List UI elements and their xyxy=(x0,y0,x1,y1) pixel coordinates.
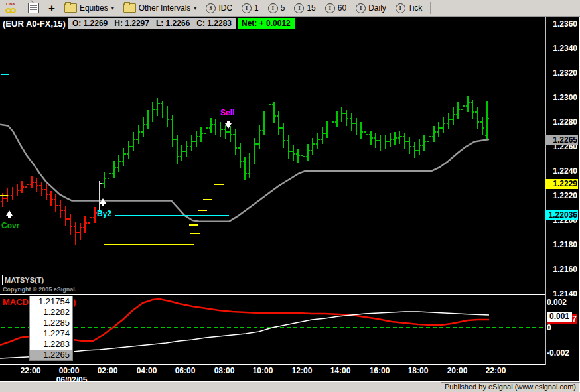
signal-label-by2: By2 xyxy=(97,209,111,218)
circle-i-icon: I xyxy=(268,3,278,13)
price-tick-label: 1.2320 xyxy=(545,68,577,78)
add-button[interactable]: + xyxy=(46,1,58,15)
popup-value-item[interactable]: 1.2274 xyxy=(30,328,72,339)
macd-study-label-close: ) xyxy=(73,297,76,307)
interval-button-daily[interactable]: IDaily xyxy=(353,1,389,15)
price-value-badge: 1.2265 xyxy=(545,135,578,145)
quote-field: L: 1.2266 xyxy=(156,19,190,28)
signal-arrow-up-icon xyxy=(100,198,106,204)
quote-field: C: 1.2283 xyxy=(196,19,232,28)
interval-button-idc[interactable]: SIDC xyxy=(203,1,235,15)
link-button[interactable]: LINK xyxy=(3,1,21,15)
signal-arrow-up-icon xyxy=(6,210,13,216)
signal-arrow-down-icon xyxy=(225,123,232,129)
time-tick-label: 10:00 xyxy=(248,366,278,375)
folder-icon xyxy=(123,3,136,13)
time-tick-label: 20:00 xyxy=(442,366,472,375)
menu-equities-label: Equities xyxy=(80,3,108,13)
menu-equities[interactable]: Equities ▾ xyxy=(62,1,117,15)
macd-tick-label: -0.002 xyxy=(547,348,579,358)
symbol-label: (EUR A0-FX,15) xyxy=(1,19,68,29)
signal-label-covr: Covr xyxy=(1,221,19,230)
time-tick-label: 18:00 xyxy=(403,366,433,375)
interval-label: Tick xyxy=(408,3,423,13)
price-tick-label: 1.2280 xyxy=(545,117,577,127)
properties-icon xyxy=(28,3,39,13)
time-tick-label: 12:00 xyxy=(287,366,317,375)
interval-label: 60 xyxy=(338,3,346,13)
quote-field: H: 1.2297 xyxy=(114,19,149,28)
chevron-down-icon: ▾ xyxy=(111,5,114,11)
value-popup-list: 1.217541.22821.22851.22741.22831.2265 xyxy=(29,296,73,361)
toolbar: LINK + Equities ▾ Other Intervals ▾ SIDC… xyxy=(0,0,580,17)
interval-label: 1 xyxy=(254,3,259,13)
circle-i-icon: I xyxy=(325,3,335,13)
interval-button-tick[interactable]: ITick xyxy=(393,1,425,15)
price-tick-label: 1.2140 xyxy=(545,289,577,298)
macd-value-badge-white: 0.001 xyxy=(547,312,572,322)
circle-i-icon: I xyxy=(356,3,366,13)
price-value-badge: 1.2229 xyxy=(545,179,578,189)
net-change-badge: Net: + 0.0012 xyxy=(238,18,295,29)
price-tick-label: 1.2220 xyxy=(545,191,577,200)
interval-button-60[interactable]: I60 xyxy=(323,1,349,15)
time-tick-label: 02:00 xyxy=(92,366,123,375)
price-tick-label: 1.2180 xyxy=(545,240,577,249)
interval-button-group: SIDCI1I5I15I60IDailyITick xyxy=(203,1,425,15)
signal-label-sell: Sell xyxy=(220,108,234,117)
price-value-badge: 1.22036 xyxy=(545,210,578,220)
price-tick-label: 1.2160 xyxy=(545,265,577,274)
macd-tick-label: 0 xyxy=(547,323,579,332)
link-icon: LINK xyxy=(5,3,19,14)
time-tick-label: 22:00 xyxy=(15,366,46,375)
interval-button-5[interactable]: I5 xyxy=(265,1,288,15)
macd-tick-label: 0.002 xyxy=(547,298,579,307)
status-bar: Published by eSignal (www.esignal.com) xyxy=(0,381,580,392)
time-tick-label: 16:00 xyxy=(364,366,395,375)
circle-i-icon: I xyxy=(294,3,304,13)
menu-other-intervals[interactable]: Other Intervals ▾ xyxy=(121,1,200,15)
copyright-label: Copyright © 2005 eSignal. xyxy=(3,286,76,293)
status-publisher: Published by eSignal (www.esignal.com) xyxy=(441,382,580,392)
macd-study-label[interactable]: MACD( xyxy=(3,297,31,307)
esignal-window: LINK + Equities ▾ Other Intervals ▾ SIDC… xyxy=(0,0,580,392)
menu-other-intervals-label: Other Intervals xyxy=(139,3,191,13)
study-label-matsys[interactable]: MATSYS(T) xyxy=(2,275,46,285)
folder-icon xyxy=(64,3,77,13)
price-tick-label: 1.2360 xyxy=(545,19,577,29)
popup-value-item[interactable]: 1.2285 xyxy=(30,318,72,328)
time-tick-label: 04:00 xyxy=(131,366,162,375)
popup-value-item[interactable]: 1.2283 xyxy=(30,339,72,350)
price-chart-canvas[interactable] xyxy=(0,17,580,365)
toolbar-separator xyxy=(430,2,431,14)
time-tick-label: 06:00 xyxy=(170,366,200,375)
quote-bar: (EUR A0-FX,15) O: 1.2269H: 1.2297L: 1.22… xyxy=(1,18,295,29)
interval-label: 5 xyxy=(281,3,285,13)
circle-i-icon: I xyxy=(396,3,405,13)
interval-button-15[interactable]: I15 xyxy=(291,1,318,15)
popup-value-item[interactable]: 1.2282 xyxy=(30,307,72,318)
properties-button[interactable] xyxy=(25,1,42,15)
plus-icon: + xyxy=(48,3,55,14)
time-tick-label: 14:00 xyxy=(325,366,356,375)
popup-value-item[interactable]: 1.2265 xyxy=(30,350,72,360)
time-tick-label: 22:00 xyxy=(480,366,511,375)
popup-value-item[interactable]: 1.21754 xyxy=(30,296,72,307)
chevron-down-icon: ▾ xyxy=(194,5,196,11)
interval-label: 15 xyxy=(307,3,315,13)
circle-i-icon: I xyxy=(242,3,252,13)
ohlc-values: O: 1.2269H: 1.2297L: 1.2266C: 1.2283 xyxy=(68,18,236,29)
interval-button-1[interactable]: I1 xyxy=(239,1,261,15)
interval-label: IDC xyxy=(218,3,232,13)
price-tick-label: 1.2300 xyxy=(545,93,577,102)
price-tick-label: 1.2340 xyxy=(545,44,577,53)
circle-s-icon: S xyxy=(206,3,216,13)
price-tick-label: 1.2240 xyxy=(545,166,577,176)
chart-area[interactable]: (EUR A0-FX,15) O: 1.2269H: 1.2297L: 1.22… xyxy=(0,17,580,381)
time-tick-label: 00:00 xyxy=(54,366,84,375)
interval-label: Daily xyxy=(368,3,386,13)
quote-field: O: 1.2269 xyxy=(72,19,108,28)
time-tick-label: 08:00 xyxy=(209,366,240,375)
